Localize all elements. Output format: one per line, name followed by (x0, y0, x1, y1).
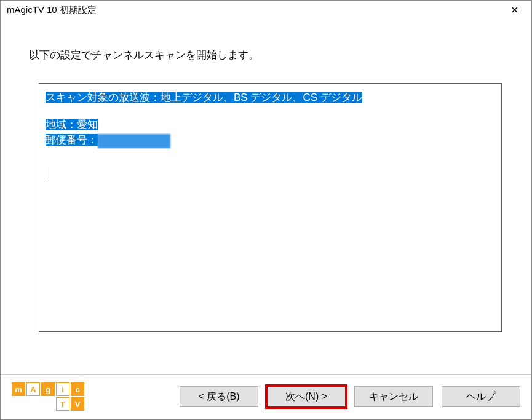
logo-tile: c (71, 382, 84, 396)
help-button[interactable]: ヘルプ (442, 386, 520, 407)
magictv-logo: m A g i c T V (12, 382, 84, 411)
close-icon[interactable]: ✕ (504, 4, 524, 16)
content-area: 以下の設定でチャンネルスキャンを開始します。 スキャン対象の放送波：地上デジタル… (1, 18, 531, 332)
postal-prefix: 郵便番号： (46, 134, 98, 146)
logo-tile: m (12, 382, 25, 396)
logo-tile: V (71, 397, 84, 411)
button-row: < 戻る(B) 次へ(N) > キャンセル ヘルプ (180, 386, 520, 407)
titlebar: mAgicTV 10 初期設定 ✕ (1, 1, 531, 18)
settings-textarea[interactable]: スキャン対象の放送波：地上デジタル、BS デジタル、CS デジタル 地域：愛知 … (39, 83, 502, 332)
instruction-text: 以下の設定でチャンネルスキャンを開始します。 (29, 48, 507, 62)
logo-tile: A (26, 382, 40, 396)
next-button[interactable]: 次へ(N) > (267, 386, 346, 407)
cancel-button[interactable]: キャンセル (354, 386, 433, 407)
scan-target-line: スキャン対象の放送波：地上デジタル、BS デジタル、CS デジタル (46, 92, 362, 103)
region-line: 地域：愛知 (46, 119, 98, 130)
logo-tile: T (56, 397, 69, 411)
window-title: mAgicTV 10 初期設定 (7, 4, 97, 16)
logo-tile: i (56, 382, 69, 396)
back-button[interactable]: < 戻る(B) (180, 386, 258, 407)
footer: m A g i c T V < 戻る(B) 次へ(N) > キャンセル ヘルプ (1, 374, 531, 419)
logo-tile: g (41, 382, 55, 396)
text-cursor (46, 167, 46, 181)
postal-value-redacted (98, 134, 170, 148)
